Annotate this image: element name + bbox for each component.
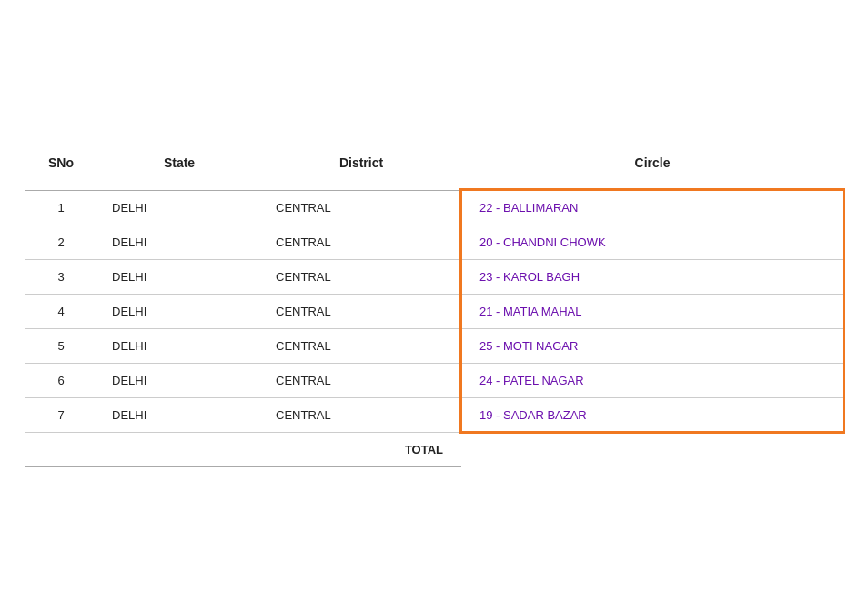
cell-sno: 6 [25,363,97,397]
cell-district: CENTRAL [261,397,461,432]
header-sno: SNo [25,135,97,190]
main-table-container: SNo State District Circle 1DELHICENTRAL2… [25,135,843,467]
table-row: 4DELHICENTRAL21 - MATIA MAHAL [25,294,843,328]
cell-circle: 20 - CHANDNI CHOWK [461,225,843,259]
total-label: TOTAL [25,432,461,466]
cell-district: CENTRAL [261,225,461,259]
cell-sno: 2 [25,225,97,259]
cell-state: DELHI [97,259,261,294]
cell-state: DELHI [97,328,261,363]
cell-sno: 1 [25,190,97,225]
header-state: State [97,135,261,190]
cell-district: CENTRAL [261,363,461,397]
cell-circle: 19 - SADAR BAZAR [461,397,843,432]
header-circle: Circle [461,135,843,190]
table-row: 7DELHICENTRAL19 - SADAR BAZAR [25,397,843,432]
cell-state: DELHI [97,190,261,225]
cell-sno: 7 [25,397,97,432]
table-body: 1DELHICENTRAL22 - BALLIMARAN2DELHICENTRA… [25,190,843,432]
cell-district: CENTRAL [261,328,461,363]
cell-state: DELHI [97,363,261,397]
cell-sno: 5 [25,328,97,363]
total-value [461,432,843,466]
header-row: SNo State District Circle [25,135,843,190]
data-table: SNo State District Circle 1DELHICENTRAL2… [25,135,843,467]
cell-sno: 3 [25,259,97,294]
cell-sno: 4 [25,294,97,328]
cell-circle: 25 - MOTI NAGAR [461,328,843,363]
cell-district: CENTRAL [261,294,461,328]
table-row: 2DELHICENTRAL20 - CHANDNI CHOWK [25,225,843,259]
cell-district: CENTRAL [261,259,461,294]
table-row: 3DELHICENTRAL23 - KAROL BAGH [25,259,843,294]
total-row: TOTAL [25,432,843,466]
cell-state: DELHI [97,294,261,328]
cell-circle: 22 - BALLIMARAN [461,190,843,225]
cell-state: DELHI [97,397,261,432]
cell-circle: 21 - MATIA MAHAL [461,294,843,328]
table-row: 5DELHICENTRAL25 - MOTI NAGAR [25,328,843,363]
cell-circle: 24 - PATEL NAGAR [461,363,843,397]
table-row: 6DELHICENTRAL24 - PATEL NAGAR [25,363,843,397]
header-district: District [261,135,461,190]
cell-state: DELHI [97,225,261,259]
cell-district: CENTRAL [261,190,461,225]
table-row: 1DELHICENTRAL22 - BALLIMARAN [25,190,843,225]
cell-circle: 23 - KAROL BAGH [461,259,843,294]
